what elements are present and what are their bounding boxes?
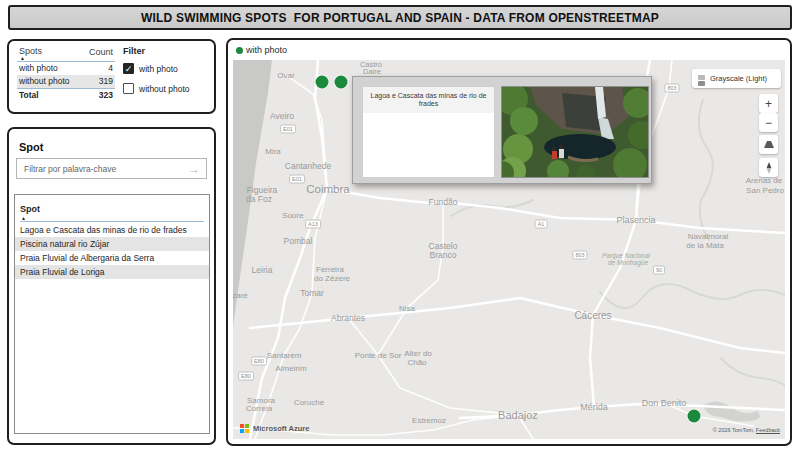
- page-title: WILD SWIMMING SPOTS FOR PORTUGAL AND SPA…: [141, 11, 659, 25]
- spot-listbox: Spot ▲ Lagoa e Cascata das minas de rio …: [14, 194, 210, 434]
- search-arrow-icon[interactable]: →: [182, 162, 206, 176]
- filter-slicer: Filter ✓with photowithout photo: [123, 46, 215, 103]
- summary-table: Spots ▲ Count with photo 4 without photo…: [17, 47, 115, 102]
- map-spot-marker[interactable]: [335, 76, 348, 89]
- map-style-button[interactable]: Grayscale (Light): [692, 69, 781, 88]
- title-bar: WILD SWIMMING SPOTS FOR PORTUGAL AND SPA…: [8, 5, 792, 30]
- filter-option-label: with photo: [139, 64, 178, 74]
- table-row[interactable]: with photo 4: [17, 62, 115, 75]
- pitch-button[interactable]: [759, 135, 778, 154]
- tooltip-title: Lagoa e Cascata das minas de rio de frad…: [363, 87, 494, 113]
- legend-label: with photo: [246, 45, 287, 55]
- filter-option-label: without photo: [139, 84, 190, 94]
- road-badge: E01: [289, 175, 305, 184]
- summary-table-header[interactable]: Spots ▲ Count: [17, 47, 115, 62]
- filter-option[interactable]: ✓with photo: [123, 63, 215, 74]
- dashboard: WILD SWIMMING SPOTS FOR PORTUGAL AND SPA…: [0, 0, 800, 451]
- map-style-label: Grayscale (Light): [710, 74, 767, 83]
- zoom-out-button[interactable]: −: [759, 113, 778, 132]
- table-row[interactable]: without photo 319: [17, 75, 115, 88]
- map-panel: with photo: [226, 38, 792, 446]
- list-item[interactable]: Piscina natural rio Zújar: [15, 237, 209, 251]
- map-canvas[interactable]: OvarCastroDaireAveiroMiraCantanhedeCoimb…: [233, 60, 785, 439]
- spot-slicer-title: Spot: [19, 141, 43, 153]
- column-spots[interactable]: Spots ▲: [19, 47, 42, 61]
- microsoft-logo-icon: [240, 424, 249, 433]
- summary-panel: Spots ▲ Count with photo 4 without photo…: [7, 39, 216, 114]
- filter-option[interactable]: without photo: [123, 83, 215, 94]
- map-attribution: Microsoft Azure: [240, 424, 309, 433]
- attribution-label: Microsoft Azure: [253, 424, 309, 433]
- map-spot-marker[interactable]: [688, 410, 701, 423]
- tooltip-card: Lagoa e Cascata das minas de rio de frad…: [362, 86, 495, 178]
- checkbox-unchecked-icon[interactable]: [123, 83, 134, 94]
- compass-icon: [766, 162, 772, 174]
- list-item[interactable]: Praia Fluvial de Albergaria da Serra: [15, 251, 209, 265]
- table-total-row: Total 323: [17, 88, 115, 102]
- map-tooltip: Lagoa e Cascata das minas de rio de frad…: [352, 76, 652, 184]
- road-badge: E80: [251, 357, 267, 366]
- road-badge: 90: [653, 266, 665, 275]
- map-copyright: © 2026 TomTom, Feedback: [713, 427, 780, 433]
- checkbox-checked-icon[interactable]: ✓: [123, 63, 134, 74]
- spot-photo: [501, 86, 649, 178]
- map-style-icon: [697, 73, 706, 85]
- road-badge: A13: [305, 220, 321, 229]
- feedback-link[interactable]: Feedback: [756, 427, 780, 433]
- pitch-icon: [764, 141, 774, 148]
- search-input[interactable]: [17, 164, 182, 174]
- spot-list-header[interactable]: Spot ▲: [20, 198, 204, 222]
- spot-panel: Spot → Spot ▲ Lagoa e Cascata das minas …: [7, 127, 216, 445]
- legend-dot-icon: [236, 47, 243, 54]
- list-item[interactable]: Lagoa e Cascata das minas de rio de frad…: [15, 223, 209, 237]
- column-count[interactable]: Count: [89, 47, 113, 61]
- waterfall-photo-illustration: [502, 87, 648, 177]
- filter-title: Filter: [123, 46, 215, 56]
- map-spot-marker[interactable]: [316, 76, 329, 89]
- map-legend: with photo: [236, 45, 287, 55]
- zoom-in-button[interactable]: +: [759, 94, 778, 113]
- sort-ascending-icon: ▲: [21, 216, 204, 221]
- search-box[interactable]: →: [16, 158, 207, 179]
- road-badge: E01: [280, 125, 296, 134]
- road-badge: E80: [238, 372, 254, 381]
- road-badge: A1: [535, 220, 548, 229]
- road-badge: 803: [572, 251, 587, 260]
- road-badge: 803: [664, 84, 679, 93]
- list-item[interactable]: Praia Fluvial de Loriga: [15, 265, 209, 279]
- compass-button[interactable]: [759, 158, 778, 177]
- sort-ascending-icon: ▲: [20, 56, 42, 61]
